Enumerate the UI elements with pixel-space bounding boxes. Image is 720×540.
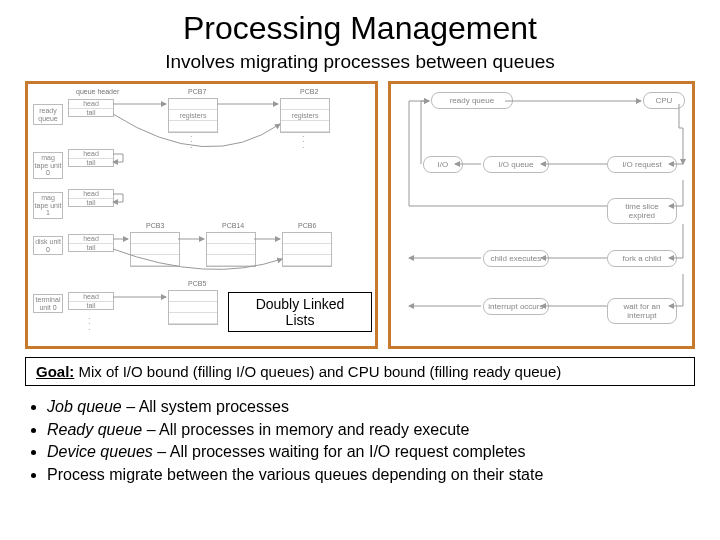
label-pcb14: PCB14 — [222, 222, 244, 229]
label-mag0: mag tape unit 0 — [33, 152, 63, 179]
bullet-migrate: Process migrate between the various queu… — [47, 464, 695, 486]
queue-mag0: headtail — [68, 149, 114, 167]
label-mag1: mag tape unit 1 — [33, 192, 63, 219]
pcb5 — [168, 290, 218, 325]
queue-disk: headtail — [68, 234, 114, 252]
queue-term: headtail — [68, 292, 114, 310]
diagram-row: queue header PCB7 PCB2 ready queue headt… — [25, 81, 695, 349]
node-io-request: I/O request — [607, 156, 677, 173]
goal-text: Mix of I/O bound (filling I/O queues) an… — [79, 363, 562, 380]
pcb2: registers — [280, 98, 330, 133]
queue-ready: headtail — [68, 99, 114, 117]
label-disk: disk unit 0 — [33, 236, 63, 255]
node-ready-queue: ready queue — [431, 92, 513, 109]
node-child-exec: child executes — [483, 250, 549, 267]
node-io-queue: I/O queue — [483, 156, 549, 173]
bullet-ready: Ready queue – All processes in memory an… — [47, 419, 695, 441]
label-term: terminal unit 0 — [33, 294, 63, 313]
vdots1: ··· — [190, 134, 193, 150]
doubly-linked-callout: Doubly Linked Lists — [228, 292, 372, 332]
label-pcb6: PCB6 — [298, 222, 316, 229]
node-interrupt: interrupt occurs — [483, 298, 549, 315]
goal-label: Goal: — [36, 363, 74, 380]
label-pcb2: PCB2 — [300, 88, 318, 95]
bullet-list: Job queue – All system processes Ready q… — [25, 396, 695, 485]
label-pcb7: PCB7 — [188, 88, 206, 95]
goal-box: Goal: Mix of I/O bound (filling I/O queu… — [25, 357, 695, 386]
right-diagram: ready queue CPU I/O I/O queue I/O reques… — [388, 81, 695, 349]
label-queue-header: queue header — [76, 88, 119, 95]
pcb3 — [130, 232, 180, 267]
node-io: I/O — [423, 156, 463, 173]
pcb6 — [282, 232, 332, 267]
pcb14 — [206, 232, 256, 267]
node-fork: fork a child — [607, 250, 677, 267]
node-timeslice: time slice expired — [607, 198, 677, 224]
pcb7: registers — [168, 98, 218, 133]
subtitle: Involves migrating processes between que… — [25, 51, 695, 73]
node-cpu: CPU — [643, 92, 685, 109]
bullet-job: Job queue – All system processes — [47, 396, 695, 418]
label-pcb5: PCB5 — [188, 280, 206, 287]
node-wait: wait for an interrupt — [607, 298, 677, 324]
label-pcb3: PCB3 — [146, 222, 164, 229]
bullet-device: Device queues – All processes waiting fo… — [47, 441, 695, 463]
queue-mag1: headtail — [68, 189, 114, 207]
page-title: Processing Management — [25, 10, 695, 47]
vdots3: ··· — [88, 316, 91, 332]
vdots2: ··· — [302, 134, 305, 150]
left-diagram: queue header PCB7 PCB2 ready queue headt… — [25, 81, 378, 349]
label-ready-queue: ready queue — [33, 104, 63, 125]
